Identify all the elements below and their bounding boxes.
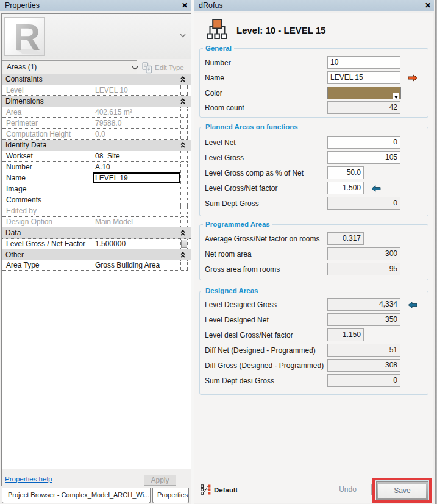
svg-text:R: R [13, 18, 40, 55]
